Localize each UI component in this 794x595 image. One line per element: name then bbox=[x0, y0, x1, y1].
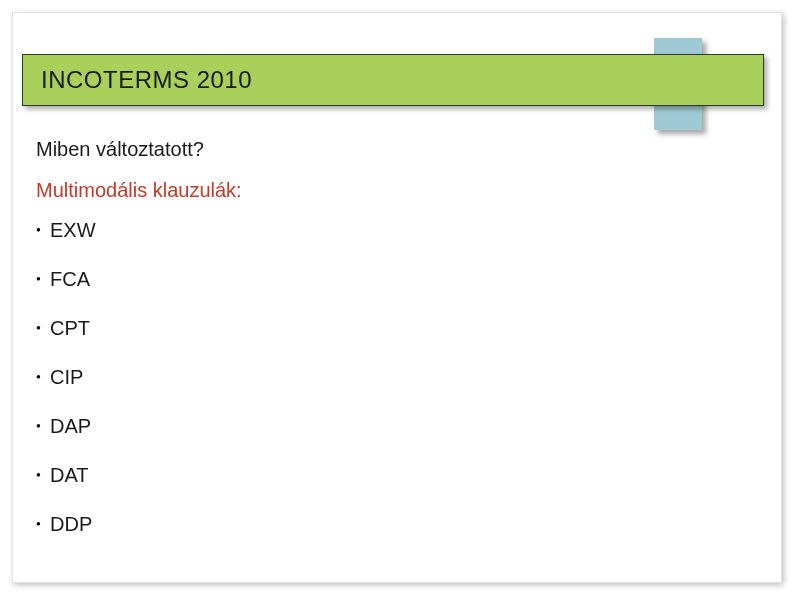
list-item: CPT bbox=[36, 316, 758, 340]
slide-content: Miben változtatott? Multimodális klauzul… bbox=[36, 138, 758, 561]
list-item: EXW bbox=[36, 218, 758, 242]
slide-title: INCOTERMS 2010 bbox=[41, 66, 252, 94]
bullet-list: EXW FCA CPT CIP DAP DAT DDP bbox=[36, 218, 758, 536]
question-text: Miben változtatott? bbox=[36, 138, 758, 161]
list-item: DDP bbox=[36, 512, 758, 536]
list-item: DAT bbox=[36, 463, 758, 487]
list-item: CIP bbox=[36, 365, 758, 389]
title-bar: INCOTERMS 2010 bbox=[22, 54, 764, 106]
slide: INCOTERMS 2010 Miben változtatott? Multi… bbox=[12, 12, 782, 583]
subtitle-text: Multimodális klauzulák: bbox=[36, 179, 758, 202]
list-item: FCA bbox=[36, 267, 758, 291]
list-item: DAP bbox=[36, 414, 758, 438]
